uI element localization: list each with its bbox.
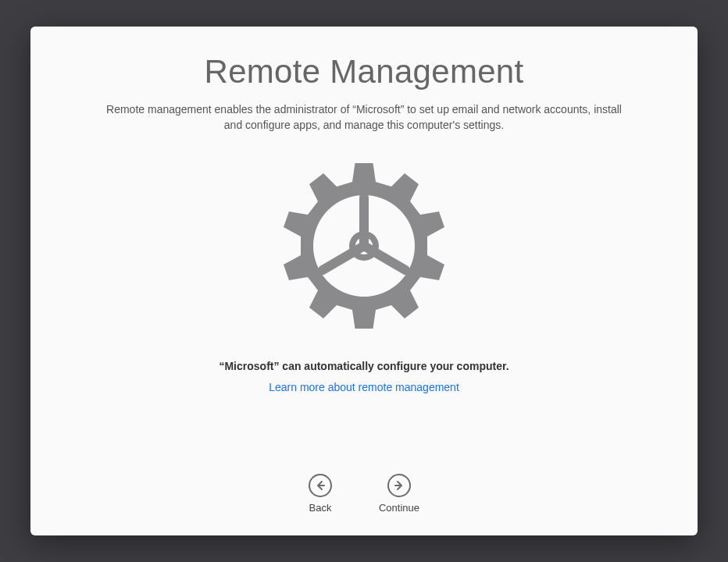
arrow-right-icon bbox=[387, 474, 411, 497]
learn-more-link[interactable]: Learn more about remote management bbox=[269, 381, 459, 393]
configure-statement: “Microsoft” can automatically configure … bbox=[30, 360, 698, 372]
footer-nav: Back Continue bbox=[30, 474, 698, 514]
back-button[interactable]: Back bbox=[309, 474, 332, 514]
continue-button[interactable]: Continue bbox=[379, 474, 419, 514]
back-button-label: Back bbox=[309, 502, 332, 514]
setup-assistant-panel: Remote Management Remote management enab… bbox=[30, 27, 698, 535]
continue-button-label: Continue bbox=[379, 502, 419, 514]
page-title: Remote Management bbox=[30, 53, 698, 91]
gear-icon bbox=[270, 152, 458, 340]
arrow-left-icon bbox=[309, 474, 332, 497]
page-description: Remote management enables the administra… bbox=[106, 101, 622, 133]
